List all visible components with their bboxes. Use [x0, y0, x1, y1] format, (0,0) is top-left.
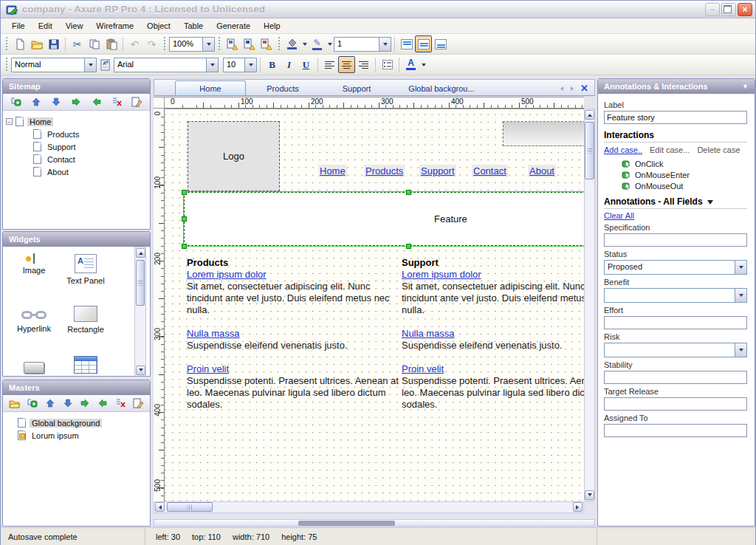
delete-page-button[interactable]: [111, 96, 123, 109]
wireframe-link[interactable]: Lorem ipsum dolor: [187, 269, 402, 281]
font-dropdown-arrow[interactable]: [206, 58, 218, 72]
scroll-down-button[interactable]: [136, 366, 145, 375]
selection-handle[interactable]: [182, 244, 187, 249]
bullet-list-button[interactable]: [379, 56, 396, 73]
widget-image[interactable]: Image: [7, 254, 61, 275]
effort-input[interactable]: [604, 316, 747, 329]
cut-button[interactable]: ✂: [69, 35, 86, 52]
widget-text-panel[interactable]: Text Panel: [59, 254, 112, 285]
menu-view[interactable]: View: [59, 19, 90, 32]
copy-button[interactable]: [86, 35, 103, 52]
font-color-dropdown[interactable]: [419, 57, 427, 72]
selection-handle[interactable]: [406, 190, 411, 195]
sitemap-node-label[interactable]: Products: [45, 130, 81, 139]
valign-bottom-button[interactable]: [432, 35, 449, 52]
stability-input[interactable]: [604, 371, 747, 384]
move-down-button[interactable]: [61, 397, 74, 410]
line-weight-dropdown-arrow[interactable]: [379, 38, 391, 51]
close-button[interactable]: [738, 3, 752, 16]
indent-button[interactable]: [70, 96, 83, 109]
delete-master-button[interactable]: [114, 397, 127, 410]
move-up-button[interactable]: [44, 397, 56, 410]
label-input[interactable]: [604, 111, 747, 124]
edit-master-button[interactable]: [132, 397, 145, 410]
move-down-button[interactable]: [50, 96, 63, 109]
bold-button[interactable]: B: [264, 56, 281, 73]
italic-button[interactable]: I: [281, 56, 298, 73]
scroll-down-button[interactable]: [585, 490, 594, 500]
delete-case-link[interactable]: Delete case: [697, 145, 740, 154]
benefit-dropdown-arrow[interactable]: [735, 289, 746, 302]
widgets-scrollbar[interactable]: [134, 247, 146, 377]
undo-button[interactable]: ↶: [126, 35, 143, 52]
nav-link-home[interactable]: Home: [318, 165, 347, 178]
wireframe-canvas[interactable]: Logo Home Products Support Contact About…: [165, 109, 584, 501]
menu-help[interactable]: Help: [257, 19, 287, 32]
menu-edit[interactable]: Edit: [32, 19, 59, 32]
selection-handle[interactable]: [182, 190, 187, 195]
sitemap-node-contact[interactable]: Contact: [6, 153, 147, 165]
generate-html-button[interactable]: [224, 35, 241, 52]
valign-top-button[interactable]: [398, 35, 415, 52]
sitemap-node-about[interactable]: About: [6, 165, 147, 178]
products-column[interactable]: Products Lorem ipsum dolor Sit amet, con…: [187, 257, 402, 422]
underline-button[interactable]: U: [298, 56, 315, 73]
font-size-dropdown-arrow[interactable]: [244, 58, 256, 72]
line-color-dropdown[interactable]: [326, 36, 334, 52]
font-combobox[interactable]: Arial: [114, 58, 219, 72]
sitemap-node-home[interactable]: – Home: [6, 115, 147, 128]
redo-button[interactable]: ↷: [143, 35, 160, 52]
master-item-lorum-ipsum[interactable]: Lorum ipsum: [6, 429, 147, 442]
outdent-button[interactable]: [90, 96, 103, 109]
fill-color-dropdown[interactable]: [300, 36, 309, 52]
style-combobox[interactable]: Normal: [11, 58, 97, 72]
menu-generate[interactable]: Generate: [210, 19, 257, 32]
search-field-placeholder[interactable]: [503, 121, 584, 146]
toolbar-grip[interactable]: [4, 58, 9, 72]
scroll-right-button[interactable]: [573, 502, 583, 512]
sitemap-node-products[interactable]: Products: [6, 128, 147, 140]
toolbar-grip[interactable]: [162, 37, 167, 52]
scrollbar-thumb[interactable]: [136, 260, 145, 306]
menu-wireframe[interactable]: Wireframe: [89, 19, 140, 32]
widget-table[interactable]: [59, 356, 112, 374]
status-dropdown-arrow[interactable]: [735, 261, 746, 274]
nav-link-about[interactable]: About: [528, 165, 556, 178]
save-button[interactable]: [45, 35, 62, 52]
risk-select[interactable]: [604, 343, 747, 357]
font-size-combobox[interactable]: 10: [223, 58, 257, 72]
tab-products[interactable]: Products: [246, 81, 320, 95]
widget-rectangle[interactable]: Rectangle: [59, 304, 112, 334]
font-color-button[interactable]: A: [402, 56, 419, 73]
restore-button[interactable]: [721, 3, 736, 16]
feature-rectangle-selected[interactable]: Feature: [184, 192, 584, 246]
assigned-to-input[interactable]: [604, 424, 747, 437]
sitemap-node-label[interactable]: About: [45, 168, 71, 176]
status-select[interactable]: Proposed: [604, 260, 747, 275]
tab-home[interactable]: Home: [175, 80, 246, 95]
splitter-thumb[interactable]: [298, 521, 395, 526]
align-right-button[interactable]: [355, 56, 372, 73]
zoom-dropdown-arrow[interactable]: [202, 38, 214, 51]
widget-hyperlink[interactable]: Hyperlink: [7, 306, 61, 333]
tab-scroll-right-icon[interactable]: [571, 86, 576, 91]
indent-button[interactable]: [79, 397, 92, 410]
collapse-icon[interactable]: –: [6, 118, 13, 125]
open-button[interactable]: [28, 35, 45, 52]
edit-page-button[interactable]: [131, 96, 143, 109]
menu-file[interactable]: File: [5, 19, 32, 32]
widget-button[interactable]: [7, 359, 61, 374]
style-editor-button[interactable]: A: [97, 56, 114, 73]
logo-placeholder[interactable]: Logo: [188, 121, 280, 191]
sitemap-node-label[interactable]: Home: [27, 117, 53, 126]
wireframe-link[interactable]: Nulla massa: [402, 328, 584, 340]
minimize-button[interactable]: [705, 3, 720, 16]
add-page-button[interactable]: [10, 96, 22, 109]
valign-middle-button[interactable]: [415, 35, 432, 52]
master-label[interactable]: Lorum ipsum: [30, 431, 81, 440]
generate-word-button[interactable]: [241, 35, 258, 52]
fill-color-button[interactable]: [284, 35, 300, 52]
scroll-up-button[interactable]: [136, 248, 145, 258]
toolbar-grip[interactable]: [4, 37, 9, 52]
event-onclick[interactable]: OnClick: [622, 159, 747, 168]
